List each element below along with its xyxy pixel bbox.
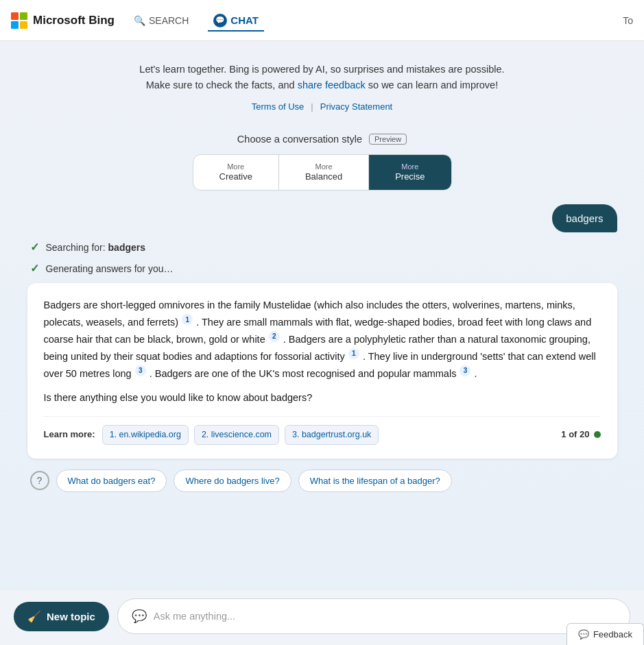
status-generating: ✓ Generating answers for you… xyxy=(27,262,617,275)
nav-search[interactable]: 🔍 SEARCH xyxy=(128,12,194,29)
style-buttons: More Creative More Balanced More Precise xyxy=(193,154,452,191)
answer-card: Badgers are short-legged omnivores in th… xyxy=(27,283,617,458)
check-icon-1: ✓ xyxy=(30,241,39,254)
user-message: badgers xyxy=(552,204,617,232)
nav-chat-label: CHAT xyxy=(230,14,259,26)
feedback-icon: 💬 xyxy=(578,629,589,640)
suggestions-row: ? What do badgers eat? Where do badgers … xyxy=(27,470,617,492)
new-topic-button[interactable]: 🧹 New topic xyxy=(14,602,109,631)
nav-search-label: SEARCH xyxy=(149,15,189,26)
style-label-row: Choose a conversation style Preview xyxy=(237,134,407,145)
preview-badge: Preview xyxy=(369,134,407,145)
balanced-style-button[interactable]: More Balanced xyxy=(279,155,369,190)
ref-1a[interactable]: 1 xyxy=(182,314,193,325)
input-placeholder: Ask me anything... xyxy=(154,611,235,622)
answer-paragraph-1: Badgers are short-legged omnivores in th… xyxy=(44,297,601,382)
creative-style-button[interactable]: More Creative xyxy=(193,155,279,190)
precise-style-button[interactable]: More Precise xyxy=(369,155,451,190)
chat-input[interactable]: 💬 Ask me anything... xyxy=(117,598,630,634)
ref-1b[interactable]: 1 xyxy=(348,348,359,359)
chat-area: badgers ✓ Searching for: badgers ✓ Gener… xyxy=(27,204,617,491)
learn-more-links: 1. en.wikipedia.org 2. livescience.com 3… xyxy=(102,425,379,445)
generating-label: Generating answers for you… xyxy=(46,263,174,274)
header: Microsoft Bing 🔍 SEARCH 💬 CHAT To xyxy=(0,0,644,41)
share-feedback-link[interactable]: share feedback xyxy=(298,80,366,90)
terms-link[interactable]: Terms of Use xyxy=(252,100,305,114)
ref-3a[interactable]: 3 xyxy=(135,365,146,376)
learn-link-3[interactable]: 3. badgertrust.org.uk xyxy=(285,425,379,445)
count-badge: 1 of 20 xyxy=(561,427,600,442)
style-chooser: Choose a conversation style Preview More… xyxy=(193,134,452,191)
learn-more-label: Learn more: xyxy=(44,427,95,442)
learn-more-row: Learn more: 1. en.wikipedia.org 2. lives… xyxy=(44,416,601,445)
info-links: Terms of Use | Privacy Statement xyxy=(139,100,504,114)
broom-icon: 🧹 xyxy=(27,610,41,623)
ref-3b[interactable]: 3 xyxy=(460,365,470,376)
answer-paragraph-2: Is there anything else you would like to… xyxy=(44,389,601,406)
check-icon-2: ✓ xyxy=(30,262,39,275)
suggestion-3[interactable]: What is the lifespan of a badger? xyxy=(298,470,452,492)
nav-chat[interactable]: 💬 CHAT xyxy=(208,11,264,32)
info-line1: Let's learn together. Bing is powered by… xyxy=(139,62,504,77)
logo: Microsoft Bing xyxy=(11,12,115,29)
bottom-bar: 🧹 New topic 💬 Ask me anything... xyxy=(0,590,644,645)
info-banner: Let's learn together. Bing is powered by… xyxy=(139,62,504,114)
suggestion-1[interactable]: What do badgers eat? xyxy=(56,470,167,492)
learn-link-1[interactable]: 1. en.wikipedia.org xyxy=(102,425,189,445)
input-chat-icon: 💬 xyxy=(132,609,147,624)
suggestion-2[interactable]: Where do badgers live? xyxy=(174,470,291,492)
user-initial: To xyxy=(623,15,633,26)
feedback-button[interactable]: 💬 Feedback xyxy=(567,623,644,645)
learn-link-2[interactable]: 2. livescience.com xyxy=(194,425,279,445)
privacy-link[interactable]: Privacy Statement xyxy=(320,100,393,114)
style-label: Choose a conversation style xyxy=(237,134,362,145)
logo-text: Microsoft Bing xyxy=(33,14,115,27)
ref-2[interactable]: 2 xyxy=(269,331,280,342)
green-dot-icon xyxy=(594,431,601,438)
main-content: Let's learn together. Bing is powered by… xyxy=(0,41,644,645)
status-searching: ✓ Searching for: badgers xyxy=(27,241,617,254)
question-icon: ? xyxy=(30,471,49,490)
bing-logo-icon xyxy=(11,12,27,29)
info-line2: Make sure to check the facts, and share … xyxy=(139,77,504,93)
chat-nav-icon: 💬 xyxy=(213,14,227,27)
searching-label: Searching for: badgers xyxy=(46,242,146,253)
search-nav-icon: 🔍 xyxy=(134,15,145,26)
